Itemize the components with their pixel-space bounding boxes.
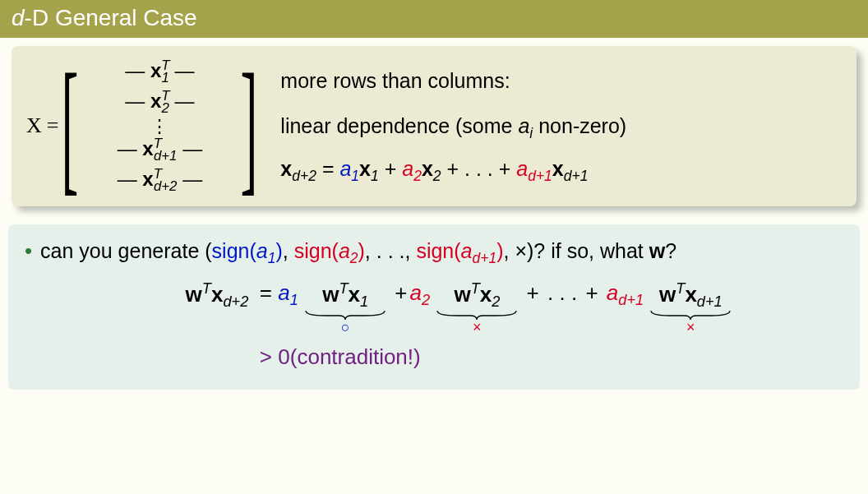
bullet-text: can you generate (sign(a1), sign(a2), . … — [40, 239, 676, 267]
term-dp1: wTxd+1 × — [649, 280, 732, 336]
term-2: wTx2 × — [436, 280, 518, 336]
eq-eq: = — [253, 280, 278, 306]
slide: d-D General Case X = [ — xT1 — — xT2 — ⋮ — [0, 0, 868, 494]
left-bracket: [ — [62, 71, 79, 182]
right-bracket: ] — [241, 71, 258, 182]
equals-sign: = — [47, 113, 59, 138]
title-bar: d-D General Case — [0, 0, 868, 38]
matrix-vdots: ⋮ — [150, 118, 169, 135]
eq-gt: > — [253, 344, 278, 370]
under-times: × — [473, 319, 482, 336]
under-circle: ○ — [341, 319, 350, 336]
title-text: -D General Case — [25, 5, 197, 30]
side-line-2: linear dependence (some ai non-zero) — [280, 108, 626, 146]
matrix-row-dp2: — xTd+2 — — [118, 166, 202, 195]
side-line-1: more rows than columns: — [280, 63, 626, 99]
eq-contradiction: 0(contradition!) — [278, 344, 843, 370]
matrix-equation: X = [ — xT1 — — xT2 — ⋮ — xTd+1 — — [26, 58, 256, 195]
matrix-side-text: more rows than columns: linear dependenc… — [280, 63, 626, 188]
equation-block: wTxd+2 = a1 wTx1 ○ +a2 wTx2 × + . . . + — [74, 280, 843, 370]
bullet-dot-icon: • — [25, 239, 32, 263]
matrix-block: X = [ — xT1 — — xT2 — ⋮ — xTd+1 — — [12, 46, 856, 206]
bottom-block: • can you generate (sign(a1), sign(a2), … — [8, 224, 860, 390]
title-d: d — [12, 5, 25, 30]
eq-lhs: wTxd+2 — [74, 280, 253, 311]
bullet-item: • can you generate (sign(a1), sign(a2), … — [25, 239, 843, 267]
eq-rhs: a1 wTx1 ○ +a2 wTx2 × + . . . + ad+1 wTxd… — [278, 280, 843, 336]
X-label: X — [26, 113, 42, 138]
under-times: × — [686, 319, 695, 336]
side-equation: xd+2 = a1x1 + a2x2 + . . . + ad+1xd+1 — [280, 151, 626, 189]
matrix-row-1: — xT1 — — [125, 58, 194, 86]
matrix-rows: — xT1 — — xT2 — ⋮ — xTd+1 — — xTd+2 — [81, 58, 238, 195]
matrix-row-2: — xT2 — — [125, 88, 194, 117]
term-1: wTx1 ○ — [304, 280, 386, 336]
matrix-row-dp1: — xTd+1 — — [118, 136, 202, 164]
